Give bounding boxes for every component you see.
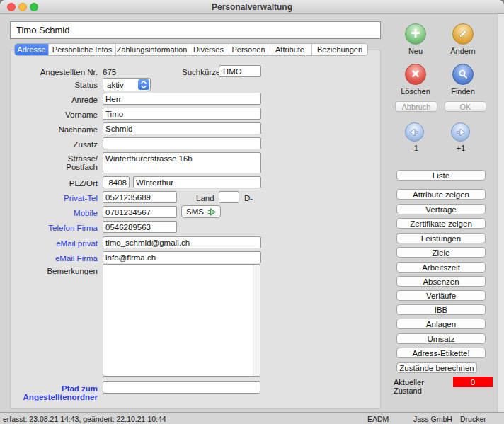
tab-attribute[interactable]: Attribute	[268, 44, 312, 55]
loeschen-button-label: Löschen	[394, 87, 437, 96]
land-label: Land	[196, 194, 214, 202]
leistungen-button[interactable]: Leistungen	[396, 233, 486, 243]
app-window: Personalverwaltung Timo Schmid Adresse P…	[0, 0, 504, 424]
abbruch-button[interactable]: Abbruch	[395, 101, 437, 112]
telefon-firma-label: Telefon Firma	[14, 224, 98, 232]
vorname-input[interactable]	[103, 108, 261, 120]
suchkuerzel-label: Suchkürzel	[182, 68, 222, 76]
bemerkungen-label: Bemerkungen	[14, 267, 98, 275]
email-privat-label: eMail privat	[14, 239, 98, 248]
loeschen-button[interactable]: ×	[405, 64, 426, 85]
next-record-button[interactable]	[451, 122, 470, 142]
plz-ort-label: PLZ/Ort	[14, 179, 98, 188]
privat-tel-label: Privat-Tel	[14, 194, 98, 202]
tab-adresse[interactable]: Adresse	[15, 44, 49, 55]
ibb-button[interactable]: IBB	[396, 304, 486, 315]
neu-button-label: Neu	[394, 47, 437, 55]
prev-record-label: -1	[394, 144, 436, 152]
land-prefix-text: D-	[244, 194, 253, 202]
nachname-input[interactable]	[103, 122, 261, 134]
strasse-label-line1: Strasse/	[14, 154, 98, 163]
ort-input[interactable]	[133, 176, 261, 188]
titlebar: Personalverwaltung	[0, 0, 504, 14]
tab-diverses[interactable]: Diverses	[188, 44, 229, 55]
finden-button-label: Finden	[442, 87, 484, 96]
bemerkungen-textarea[interactable]	[103, 264, 260, 377]
strasse-label-line2: Postfach	[14, 163, 98, 171]
nachname-label: Nachname	[14, 125, 98, 134]
land-input[interactable]	[219, 191, 239, 203]
tab-bar: Adresse Persönliche Infos Zahlungsinform…	[14, 43, 368, 56]
arrow-right-icon	[455, 128, 466, 137]
anrede-input[interactable]	[103, 93, 261, 105]
verlaeufe-button[interactable]: Verläufe	[396, 290, 486, 301]
suchkuerzel-input[interactable]	[219, 65, 261, 77]
strasse-postfach-input[interactable]: Winterthurerstrasse 16b	[103, 152, 261, 173]
zusatz-label: Zusatz	[14, 140, 98, 149]
adress-etikette-button[interactable]: Adress-Etikette!	[396, 348, 486, 358]
send-arrow-icon	[207, 208, 216, 216]
employee-name-text: Timo Schmid	[16, 25, 69, 35]
telefon-firma-input[interactable]	[103, 221, 177, 233]
record-timestamps-text: erfasst: 23.08.21 14:43, geändert: 22.10…	[3, 415, 166, 423]
zertifikate-zeigen-button[interactable]: Zertifikate zeigen	[396, 218, 486, 229]
email-firma-input[interactable]	[103, 251, 261, 263]
tab-personen[interactable]: Personen	[229, 44, 268, 55]
zustaende-berechnen-button[interactable]: Zustände berechnen	[396, 362, 477, 373]
vertraege-button[interactable]: Verträge	[396, 204, 486, 214]
vorname-label: Vorname	[14, 110, 98, 119]
angestellten-nr-label: Angestellten Nr.	[14, 68, 98, 76]
window-title: Personalverwaltung	[0, 2, 504, 12]
arrow-left-icon	[409, 128, 420, 137]
attribute-zeigen-button[interactable]: Attribute zeigen	[396, 189, 486, 200]
mobile-label: Mobile	[14, 209, 98, 217]
right-edge-strip	[497, 14, 504, 412]
sms-button-label: SMS	[186, 207, 204, 216]
email-privat-input[interactable]	[103, 236, 261, 248]
aendern-button[interactable]	[452, 23, 474, 45]
anlagen-button[interactable]: Anlagen	[396, 319, 486, 329]
status-label: Status	[14, 81, 98, 89]
tab-zahlungsinformation[interactable]: Zahlungsinformation	[116, 44, 188, 55]
pencil-icon	[457, 28, 469, 40]
magnifier-icon	[457, 69, 469, 80]
privat-tel-input[interactable]	[103, 191, 177, 203]
next-record-label: +1	[440, 144, 482, 152]
umsatz-button[interactable]: Umsatz	[396, 333, 486, 344]
mobile-input[interactable]	[103, 206, 177, 218]
absenzen-button[interactable]: Absenzen	[396, 276, 486, 287]
aktueller-zustand-value: 0	[453, 377, 493, 387]
aktueller-zustand-label: Aktueller Zustand	[394, 378, 450, 395]
aendern-button-label: Ändern	[442, 47, 484, 55]
status-selected-value: aktiv	[103, 81, 138, 89]
x-icon: ×	[411, 67, 420, 81]
pfad-input[interactable]	[103, 381, 260, 394]
statusbar: erfasst: 23.08.21 14:43, geändert: 22.10…	[0, 412, 504, 424]
finden-button[interactable]	[452, 64, 474, 85]
statusbar-company: Jass GmbH	[413, 415, 452, 423]
liste-button[interactable]: Liste	[396, 170, 486, 181]
tab-persoenliche-infos[interactable]: Persönliche Infos	[49, 44, 116, 55]
statusbar-eadm: EADM	[367, 415, 389, 423]
employee-name-field[interactable]: Timo Schmid	[10, 21, 381, 39]
zusatz-input[interactable]	[103, 137, 261, 149]
prev-record-button[interactable]	[405, 122, 424, 142]
sms-button[interactable]: SMS	[181, 205, 221, 218]
pfad-label: Pfad zum Angestelltenordner	[7, 384, 98, 401]
arbeitszeit-button[interactable]: Arbeitszeit	[396, 262, 486, 273]
status-dropdown[interactable]: aktiv	[103, 78, 151, 91]
bemerkungen-scrollbar[interactable]	[253, 265, 260, 376]
neu-button[interactable]: +	[405, 23, 426, 45]
tab-beziehungen[interactable]: Beziehungen	[312, 44, 367, 55]
plus-icon: +	[411, 25, 420, 42]
statusbar-drucker[interactable]: Drucker	[460, 415, 486, 423]
email-firma-label: eMail Firma	[14, 254, 98, 263]
ok-button[interactable]: OK	[445, 101, 486, 112]
ziele-button[interactable]: Ziele	[396, 247, 486, 258]
anrede-label: Anrede	[14, 96, 98, 104]
angestellten-nr-value: 675	[103, 68, 116, 76]
plz-input[interactable]	[103, 176, 130, 188]
chevron-up-down-icon	[138, 79, 149, 90]
